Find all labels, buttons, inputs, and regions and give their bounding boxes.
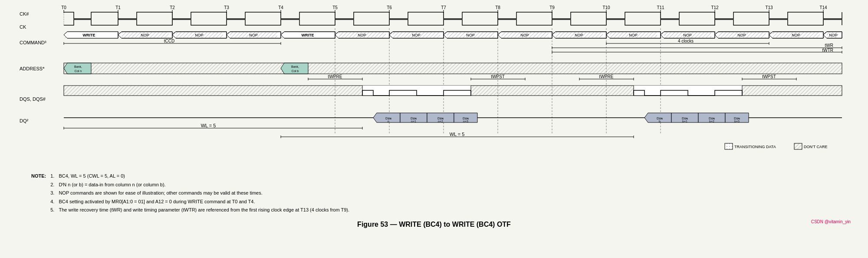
t14-label: T14 — [819, 5, 827, 10]
svg-rect-140 — [794, 143, 802, 149]
figure-title: Figure 53 — WRITE (BC4) to WRITE (BC4) O… — [17, 221, 851, 228]
note-text-5: The write recovery time (tWR) and write … — [59, 206, 353, 214]
t13-label: T13 — [765, 5, 773, 10]
t10-label: T10 — [602, 5, 610, 10]
nop-t14: NOP — [829, 33, 838, 37]
note-num-4: 4. — [50, 198, 58, 206]
notes-area: NOTE: 1. BC4, WL = 5 (CWL = 5, AL = 0) 2… — [17, 169, 851, 217]
twpre1-label: tWPRE — [328, 74, 342, 79]
tccd-label: tCCD — [164, 39, 174, 43]
nop-t3: NOP — [249, 33, 258, 37]
t9-label: T9 — [549, 5, 555, 10]
dq-n1: n+1 — [411, 120, 416, 123]
svg-rect-139 — [725, 143, 733, 149]
ck-label: CK — [20, 24, 26, 30]
csdn-watermark: CSDN @vitamin_yin — [811, 219, 851, 224]
dq-b3: b+3 — [734, 120, 740, 123]
t7-label: T7 — [441, 5, 446, 10]
t1-label: T1 — [115, 5, 121, 10]
t3-label: T3 — [224, 5, 229, 10]
dq-label: DQ² — [20, 118, 29, 123]
wl5-first: WL = 5 — [201, 123, 216, 128]
timing-svg: CK# CK COMMAND³ ADDRESS⁴ DQS, DQS# DQ² T… — [17, 4, 868, 169]
nop-t12: NOP — [737, 33, 746, 37]
dqs-label: DQS, DQS# — [20, 96, 46, 102]
t11-label: T11 — [657, 5, 664, 10]
dq-b1: b+1 — [682, 120, 687, 123]
ck-wave — [64, 20, 842, 25]
twr-label: tWR — [825, 43, 833, 48]
nop-t1: NOP — [141, 33, 149, 37]
nop-t6: NOP — [412, 33, 421, 37]
nop-t2: NOP — [195, 33, 204, 37]
nop-t8: NOP — [520, 33, 529, 37]
note-num-3: 3. — [50, 189, 58, 197]
addr-bank-colb: Bank, — [291, 65, 299, 68]
command-label: COMMAND³ — [20, 40, 46, 45]
dq-n3: n+3 — [463, 120, 468, 123]
ck-hash-label: CK# — [20, 11, 29, 17]
addr-bank-coln: Bank, — [74, 65, 82, 68]
wl5-second: WL = 5 — [450, 132, 465, 137]
twtr-label: tWTR — [822, 48, 833, 53]
address-label: ADDRESS⁴ — [20, 66, 45, 71]
svg-rect-93 — [64, 63, 842, 74]
note-num-1: 1. — [50, 172, 58, 180]
t2-label: T2 — [170, 5, 175, 10]
timing-diagram: CK# CK COMMAND³ ADDRESS⁴ DQS, DQS# DQ² T… — [17, 4, 851, 169]
note-text-4: BC4 setting activated by MR0[A1:0 = 01] … — [59, 198, 353, 206]
addr-colb: Col b — [292, 69, 299, 73]
write-t4: WRITE — [302, 33, 314, 37]
dq-n: n — [388, 120, 389, 123]
t12-label: T12 — [711, 5, 719, 10]
twpst2-label: tWPST — [762, 74, 776, 79]
twpre2-label: tWPRE — [599, 74, 614, 79]
legend-dontcare-label: DON'T CARE — [804, 145, 828, 149]
note-text-3: NOP commands are shown for ease of illus… — [59, 189, 353, 197]
note-text-1: BC4, WL = 5 (CWL = 5, AL = 0) — [59, 172, 353, 180]
dq-b: b — [659, 120, 661, 123]
t6-label: T6 — [387, 5, 392, 10]
nop-t13: NOP — [792, 33, 800, 37]
t8-label: T8 — [495, 5, 500, 10]
dq-n2: n+2 — [438, 120, 443, 123]
t0-label: T0 — [61, 5, 66, 10]
four-clocks-label: 4 clocks — [678, 39, 694, 43]
nop-t9: NOP — [575, 33, 583, 37]
nop-t11: NOP — [683, 33, 692, 37]
write-t0: WRITE — [83, 33, 95, 37]
addr-coln: Col n — [75, 69, 82, 73]
note-num-5: 5. — [50, 206, 58, 214]
t4-label: T4 — [278, 5, 283, 10]
diagram-container: CK# CK COMMAND³ ADDRESS⁴ DQS, DQS# DQ² T… — [9, 0, 859, 228]
dq-b2: b+2 — [709, 120, 714, 123]
note-num-2: 2. — [50, 181, 58, 189]
note-title: NOTE: — [31, 172, 49, 180]
note-text-2: DᴵN n (or b) = data-in from column n (or… — [59, 181, 353, 189]
twpst1-label: tWPST — [491, 74, 505, 79]
nop-t5: NOP — [358, 33, 366, 37]
nop-t10: NOP — [629, 33, 638, 37]
ck-hash-wave — [64, 12, 842, 19]
legend-transitioning-label: TRANSITIONING DATA — [734, 145, 776, 149]
t5-label: T5 — [332, 5, 338, 10]
nop-t7: NOP — [466, 33, 475, 37]
